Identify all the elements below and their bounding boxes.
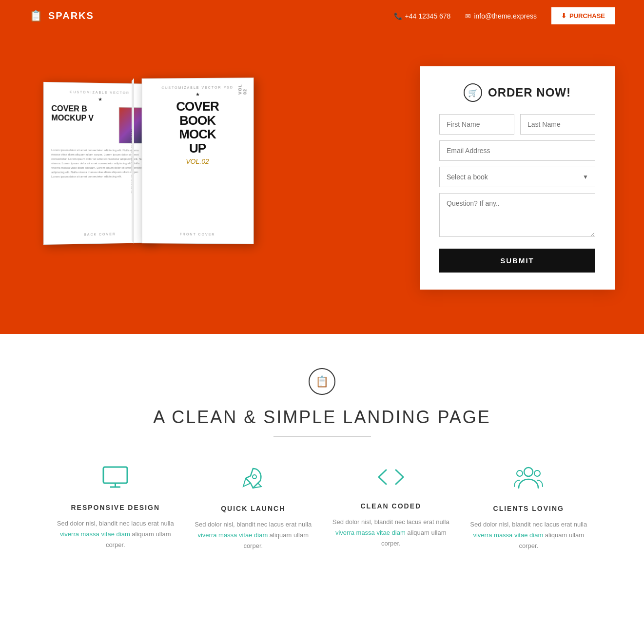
phone-number: +44 12345 678 [405, 12, 451, 20]
feature-launch: QUICK LAUNCH Sed dolor nisl, blandit nec… [192, 466, 315, 551]
feature-clients-link[interactable]: viverra massa vitae diam [473, 531, 543, 539]
submit-button[interactable]: SUBMIT [439, 249, 595, 273]
email-icon: ✉ [465, 12, 471, 20]
book-back-bottom-label: BACK COVER [44, 232, 155, 237]
feature-clients: CLIENTS LOVING Sed dolor nisl, blandit n… [467, 466, 590, 551]
book-spine: COVER BOOK MOCKUP [132, 78, 134, 244]
feature-responsive-desc: Sed dolor nisl, blandit nec lacus erat n… [54, 518, 177, 550]
question-textarea[interactable] [439, 193, 595, 237]
code-icon [330, 466, 453, 493]
phone-icon: 📞 [394, 12, 402, 20]
feature-coded-title: CLEAN CODED [330, 502, 453, 510]
email-input[interactable] [439, 140, 595, 161]
first-name-input[interactable] [439, 114, 514, 135]
book-back: CUSTOMIZABLE VECTOR ★ COVER BMOCKUP V Lo… [43, 82, 155, 245]
feature-coded-desc: Sed dolor nisl, blandit nec lacus erat n… [330, 517, 453, 549]
header-right: 📞 +44 12345 678 ✉ info@theme.express ⬇ P… [394, 7, 615, 24]
section-divider [273, 436, 371, 437]
rocket-icon [192, 466, 315, 496]
feature-clients-title: CLIENTS LOVING [467, 505, 590, 512]
name-row [439, 114, 595, 135]
features-section: 📋 A CLEAN & SIMPLE LANDING PAGE RESPONSI… [0, 334, 644, 590]
svg-rect-0 [103, 467, 127, 483]
logo: 📋 SPARKS [29, 10, 94, 22]
spine-text: COVER BOOK MOCKUP [132, 80, 133, 242]
section-icon: 📋 [309, 368, 335, 395]
feature-launch-desc: Sed dolor nisl, blandit nec lacus erat n… [192, 519, 315, 551]
hero-section: CUSTOMIZABLE VECTOR ★ COVER BMOCKUP V Lo… [0, 32, 644, 334]
purchase-icon: ⬇ [561, 12, 566, 20]
order-form: 🛒 ORDER NOW! Select a book Book 1 Book 2… [420, 66, 615, 290]
feature-coded-link[interactable]: viverra massa vitae diam [335, 529, 406, 536]
purchase-button[interactable]: ⬇ PURCHASE [551, 7, 615, 24]
feature-coded: CLEAN CODED Sed dolor nisl, blandit nec … [330, 466, 453, 551]
feature-launch-title: QUICK LAUNCH [192, 505, 315, 512]
order-title-text: ORDER NOW! [488, 86, 571, 99]
svg-point-5 [517, 470, 523, 476]
book-select[interactable]: Select a book Book 1 Book 2 Book 3 [439, 167, 595, 187]
features-grid: RESPONSIVE DESIGN Sed dolor nisl, blandi… [54, 466, 590, 551]
book-front: CUSTOMIZABLE VECTOR PSD VOL02 ★ COVERBOO… [142, 78, 254, 244]
header: 📋 SPARKS 📞 +44 12345 678 ✉ info@theme.ex… [0, 0, 644, 32]
book-front-bottom-label: FRONT COVER [142, 232, 254, 236]
svg-point-6 [534, 470, 540, 476]
feature-responsive-title: RESPONSIVE DESIGN [54, 504, 177, 511]
submit-label: SUBMIT [500, 256, 534, 265]
feature-responsive-link[interactable]: viverra massa vitae diam [60, 530, 130, 538]
section-title: A CLEAN & SIMPLE LANDING PAGE [29, 407, 615, 428]
feature-launch-link[interactable]: viverra massa vitae diam [197, 531, 268, 539]
book-front-label: CUSTOMIZABLE VECTOR PSD [149, 85, 246, 89]
phone-contact: 📞 +44 12345 678 [394, 12, 451, 20]
feature-clients-desc: Sed dolor nisl, blandit nec lacus erat n… [467, 519, 590, 551]
svg-point-3 [253, 475, 256, 479]
email-address: info@theme.express [474, 12, 537, 20]
svg-point-4 [524, 468, 533, 476]
logo-text: SPARKS [48, 10, 94, 21]
users-icon [467, 466, 590, 496]
book-front-title: COVERBOOKMOCKUP [149, 99, 246, 155]
monitor-icon [54, 466, 177, 495]
book-select-wrapper: Select a book Book 1 Book 2 Book 3 ▼ [439, 167, 595, 187]
logo-icon: 📋 [29, 10, 43, 22]
book-vol: VOL.02 [149, 157, 246, 165]
last-name-input[interactable] [520, 114, 595, 135]
order-icon: 🛒 [464, 83, 482, 102]
book-mockup: CUSTOMIZABLE VECTOR ★ COVER BMOCKUP V Lo… [29, 68, 302, 288]
order-title: 🛒 ORDER NOW! [439, 83, 595, 102]
book-front-star: ★ [149, 91, 246, 97]
email-contact: ✉ info@theme.express [465, 12, 537, 20]
purchase-label: PURCHASE [569, 12, 605, 20]
feature-responsive: RESPONSIVE DESIGN Sed dolor nisl, blandi… [54, 466, 177, 551]
